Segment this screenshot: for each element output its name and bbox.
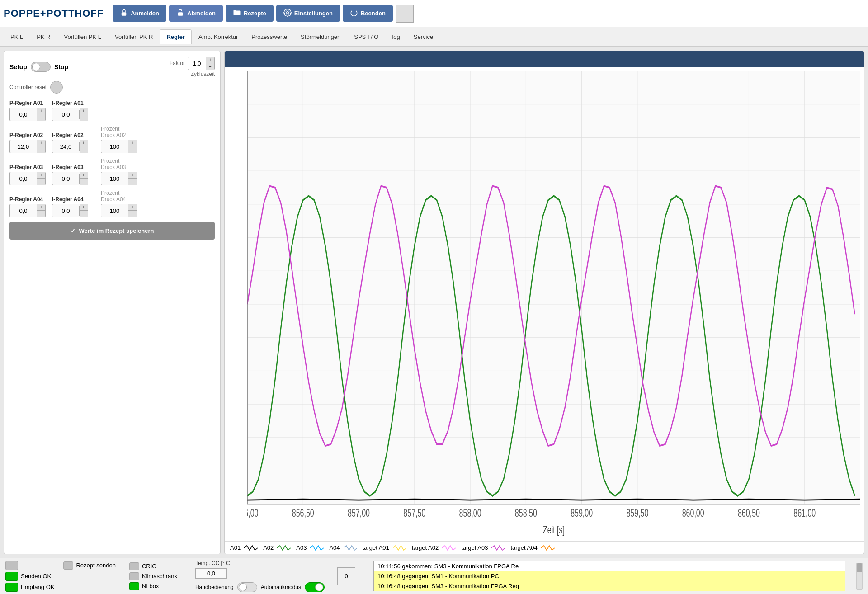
header: POPPE+POTTHOFF Anmelden Abmelden Rezepte… — [0, 0, 868, 27]
tab-log[interactable]: log — [385, 29, 406, 44]
prozent-a02-spinner[interactable]: 100 + − — [101, 140, 137, 153]
p-regler-a02-up[interactable]: + — [37, 140, 45, 146]
chart-svg: 691 650 600 550 500 450 400 350 300 250 … — [247, 71, 860, 537]
prozent-a04-group: ProzentDruck A04 100 + − — [101, 190, 137, 217]
i-regler-a04-up[interactable]: + — [80, 204, 88, 211]
p-regler-a03-spinner[interactable]: 0,0 + − — [9, 172, 46, 185]
tab-amp-korrektur[interactable]: Amp. Korrektur — [192, 29, 245, 44]
faktor-up-btn[interactable]: + — [206, 57, 214, 63]
tab-vorfuellen-pk-r[interactable]: Vorfüllen PK R — [108, 29, 160, 44]
faktor-spinner[interactable]: 1,0 + − — [188, 57, 215, 70]
setup-stop-toggle[interactable] — [31, 62, 51, 72]
legend-a02-label: A02 — [263, 544, 274, 551]
faktor-down-btn[interactable]: − — [206, 63, 214, 70]
klimaschrank-label: Klimaschrank — [142, 573, 177, 580]
p-regler-a03-group: P-Regler A03 0,0 + − — [9, 164, 46, 185]
p-regler-a01-up[interactable]: + — [37, 108, 45, 114]
tab-sps-io[interactable]: SPS I / O — [347, 29, 385, 44]
prozent-a03-group: ProzentDruck A03 100 + − — [101, 158, 137, 185]
prozent-a04-down[interactable]: − — [128, 211, 137, 217]
legend-a04: A04 — [329, 544, 357, 551]
controller-reset-button[interactable] — [50, 81, 63, 94]
i-regler-a02-spinner[interactable]: 24,0 + − — [52, 140, 88, 153]
i-regler-a03-value: 0,0 — [52, 174, 80, 184]
prozent-a03-value: 100 — [101, 174, 128, 184]
i-regler-a04-spinner[interactable]: 0,0 + − — [52, 204, 88, 217]
legend-target-a04-label: target A04 — [510, 544, 537, 551]
p-regler-a02-spinner[interactable]: 12,0 + − — [9, 140, 46, 153]
svg-text:858,00: 858,00 — [459, 507, 481, 519]
svg-text:861,00: 861,00 — [793, 507, 816, 519]
temp-value: 0,0 — [195, 568, 227, 579]
i-regler-a04-value: 0,0 — [52, 206, 80, 216]
einstellungen-button[interactable]: Einstellungen — [276, 5, 340, 22]
ni-box-dot — [129, 582, 139, 590]
message-row-2: 10:16:48 gegangen: SM3 - Kommunikation F… — [374, 581, 845, 591]
p-regler-a03-down[interactable]: − — [37, 179, 45, 185]
i-regler-a03-down[interactable]: − — [80, 179, 88, 185]
automatikmodus-toggle[interactable] — [305, 582, 325, 592]
beenden-button[interactable]: Beenden — [343, 5, 393, 22]
svg-text:Zeit [s]: Zeit [s] — [543, 524, 565, 536]
prozent-a04-up[interactable]: + — [128, 204, 137, 211]
p-regler-a03-up[interactable]: + — [37, 172, 45, 179]
p-regler-a04-up[interactable]: + — [37, 204, 45, 211]
rezepte-button[interactable]: Rezepte — [226, 5, 274, 22]
prozent-a03-down[interactable]: − — [128, 179, 137, 185]
p-regler-a04-spinner[interactable]: 0,0 + − — [9, 204, 46, 217]
legend-a03-label: A03 — [296, 544, 307, 551]
scrollbar[interactable] — [856, 563, 863, 590]
message-row-0: 10:11:56 gekommen: SM3 - Kommunikation F… — [374, 561, 845, 571]
automatikmodus-label: Automatikmodus — [261, 584, 301, 590]
svg-rect-0 — [122, 12, 127, 16]
i-regler-a03-up[interactable]: + — [80, 172, 88, 179]
prozent-a02-up[interactable]: + — [128, 140, 137, 146]
i-regler-a01-up[interactable]: + — [80, 108, 88, 114]
i-regler-a02-down[interactable]: − — [80, 146, 88, 153]
empfang-ok-label: Empfang OK — [21, 584, 54, 590]
tab-prozesswerte[interactable]: Prozesswerte — [245, 29, 294, 44]
tab-pk-l[interactable]: PK L — [4, 29, 30, 44]
p-regler-a02-down[interactable]: − — [37, 146, 45, 153]
prozent-a03-up[interactable]: + — [128, 172, 137, 179]
i-regler-a04-down[interactable]: − — [80, 211, 88, 217]
p-regler-a01-down[interactable]: − — [37, 114, 45, 121]
tab-stoermeldungen[interactable]: Störmeldungen — [294, 29, 347, 44]
tab-pk-r[interactable]: PK R — [30, 29, 57, 44]
rezept-senden-label: Rezept senden — [76, 562, 115, 569]
rezept-senden-dot — [63, 561, 73, 570]
p-regler-a01-spinner[interactable]: 0,0 + − — [9, 108, 46, 121]
prozent-a03-spinner[interactable]: 100 + − — [101, 172, 137, 185]
svg-text:858,50: 858,50 — [515, 507, 537, 519]
extra-button[interactable] — [396, 5, 414, 23]
i-regler-a03-spinner[interactable]: 0,0 + − — [52, 172, 88, 185]
legend-a01-label: A01 — [230, 544, 241, 551]
svg-text:860,00: 860,00 — [682, 507, 704, 519]
tab-vorfuellen-pk-l[interactable]: Vorfüllen PK L — [57, 29, 108, 44]
legend-a01: A01 — [230, 544, 258, 551]
prozent-a02-down[interactable]: − — [128, 146, 137, 153]
tab-service[interactable]: Service — [407, 29, 440, 44]
i-regler-a01-down[interactable]: − — [80, 114, 88, 121]
tab-regler[interactable]: Regler — [160, 29, 191, 44]
i-regler-a01-value: 0,0 — [52, 110, 80, 119]
abmelden-button[interactable]: Abmelden — [169, 5, 223, 22]
anmelden-button[interactable]: Anmelden — [113, 5, 166, 22]
i-regler-a01-spinner[interactable]: 0,0 + − — [52, 108, 88, 121]
prozent-a02-group: ProzentDruck A02 100 + − — [101, 126, 137, 153]
i-regler-a04-group: I-Regler A04 0,0 + − — [52, 196, 88, 217]
i-regler-a02-value: 24,0 — [52, 142, 80, 151]
i-regler-a02-up[interactable]: + — [80, 140, 88, 146]
senden-ok-label: Senden OK — [21, 573, 51, 580]
svg-rect-1 — [178, 12, 183, 16]
svg-text:860,50: 860,50 — [738, 507, 760, 519]
save-button[interactable]: ✓ Werte im Rezept speichern — [9, 222, 215, 240]
prozent-a04-spinner[interactable]: 100 + − — [101, 204, 137, 217]
senden-ok-dot — [5, 572, 18, 581]
handbedienung-toggle[interactable] — [237, 582, 257, 592]
i-regler-a03-group: I-Regler A03 0,0 + − — [52, 164, 88, 185]
svg-text:859,50: 859,50 — [626, 507, 648, 519]
p-regler-a04-down[interactable]: − — [37, 211, 45, 217]
svg-text:857,50: 857,50 — [403, 507, 425, 519]
prozent-a04-value: 100 — [101, 206, 128, 216]
